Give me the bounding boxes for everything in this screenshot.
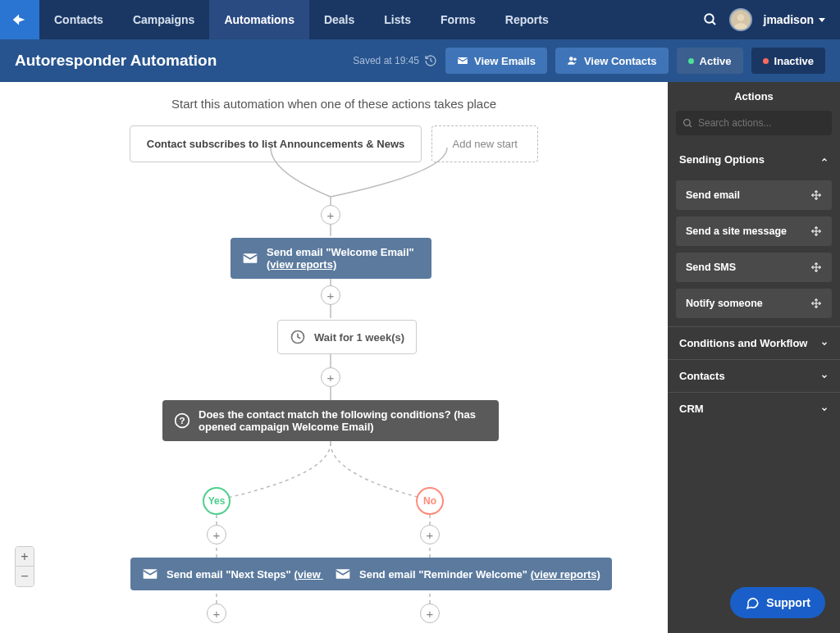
add-step-button[interactable]: + <box>420 603 440 623</box>
email-icon <box>142 566 158 582</box>
chevron-down-icon <box>819 18 825 22</box>
nav-automations[interactable]: Automations <box>209 0 309 39</box>
nav-tabs: Contacts Campaigns Automations Deals Lis… <box>39 0 564 39</box>
email-icon <box>242 250 258 266</box>
actions-search[interactable] <box>676 111 832 135</box>
email-icon <box>335 566 351 582</box>
connector-lines <box>0 82 668 633</box>
chevron-up-icon <box>820 156 829 164</box>
page-title: Autoresponder Automation <box>15 52 217 70</box>
user-menu[interactable]: jmadison <box>764 13 825 26</box>
no-branch[interactable]: No <box>416 487 444 515</box>
section-sending-options[interactable]: Sending Options <box>668 143 840 175</box>
svg-point-4 <box>569 57 573 61</box>
history-icon[interactable] <box>424 54 437 67</box>
inactive-button[interactable]: Inactive <box>751 48 825 74</box>
nav-contacts[interactable]: Contacts <box>39 0 118 39</box>
move-icon <box>810 298 822 309</box>
svg-point-2 <box>737 14 744 21</box>
condition-node[interactable]: ? Does the contact match the following c… <box>162 400 499 441</box>
svg-text:?: ? <box>179 415 185 426</box>
nav-lists[interactable]: Lists <box>369 0 426 39</box>
view-contacts-button[interactable]: View Contacts <box>555 48 669 74</box>
view-reports-link[interactable]: (view reports) <box>267 258 336 271</box>
zoom-controls: + − <box>15 546 34 587</box>
svg-point-18 <box>684 119 691 125</box>
action-send-sms[interactable]: Send SMS <box>676 253 832 282</box>
actions-sidebar: Actions Sending Options Send email Send … <box>668 82 840 633</box>
search-icon <box>682 118 693 129</box>
app-logo[interactable] <box>0 0 39 39</box>
add-step-button[interactable]: + <box>321 205 340 225</box>
svg-point-0 <box>705 14 714 23</box>
sidebar-title: Actions <box>668 82 840 111</box>
add-step-button[interactable]: + <box>207 525 226 544</box>
action-site-message[interactable]: Send a site message <box>676 216 832 246</box>
nav-campaigns[interactable]: Campaigns <box>118 0 209 39</box>
svg-line-1 <box>712 21 715 25</box>
add-step-button[interactable]: + <box>207 603 226 623</box>
saved-status: Saved at 19:45 <box>353 54 437 67</box>
zoom-in-button[interactable]: + <box>16 547 34 567</box>
section-contacts[interactable]: Contacts <box>668 359 840 392</box>
chevron-down-icon <box>820 372 829 380</box>
send-email-node-reminder[interactable]: Send email "Reminder Welcome" (view repo… <box>323 558 612 590</box>
chat-icon <box>745 595 760 610</box>
top-nav: Contacts Campaigns Automations Deals Lis… <box>0 0 840 39</box>
status-dot-inactive <box>763 58 769 64</box>
add-step-button[interactable]: + <box>321 367 340 387</box>
contacts-icon <box>567 55 578 66</box>
svg-line-19 <box>689 125 692 127</box>
section-conditions[interactable]: Conditions and Workflow <box>668 326 840 359</box>
svg-point-5 <box>573 58 577 61</box>
action-send-email[interactable]: Send email <box>676 180 832 210</box>
canvas-title: Start this automation when one of these … <box>0 82 668 125</box>
view-emails-button[interactable]: View Emails <box>445 48 547 74</box>
chevron-down-icon <box>820 339 829 348</box>
send-email-node-welcome[interactable]: Send email "Welcome Email" (view reports… <box>231 238 431 279</box>
sub-header: Autoresponder Automation Saved at 19:45 … <box>0 39 840 82</box>
add-step-button[interactable]: + <box>420 525 440 544</box>
move-icon <box>810 189 822 201</box>
action-notify[interactable]: Notify someone <box>676 289 832 318</box>
support-button[interactable]: Support <box>730 587 825 618</box>
automation-canvas[interactable]: Start this automation when one of these … <box>0 82 668 633</box>
active-button[interactable]: Active <box>677 48 743 74</box>
username-label: jmadison <box>764 13 814 26</box>
add-step-button[interactable]: + <box>321 285 340 305</box>
nav-reports[interactable]: Reports <box>491 0 564 39</box>
chevron-down-icon <box>820 405 829 413</box>
view-reports-link[interactable]: (view reports) <box>531 568 600 581</box>
section-crm[interactable]: CRM <box>668 392 840 425</box>
zoom-out-button[interactable]: − <box>16 567 34 586</box>
yes-branch[interactable]: Yes <box>203 487 231 515</box>
nav-deals[interactable]: Deals <box>309 0 369 39</box>
search-icon[interactable] <box>703 12 718 27</box>
status-dot-active <box>688 58 694 64</box>
avatar[interactable] <box>729 8 752 31</box>
add-start-button[interactable]: Add new start <box>431 125 538 162</box>
start-trigger[interactable]: Contact subscribes to list Announcements… <box>130 125 422 162</box>
email-icon <box>457 55 468 66</box>
nav-forms[interactable]: Forms <box>426 0 491 39</box>
wait-node[interactable]: Wait for 1 week(s) <box>277 320 417 354</box>
actions-search-input[interactable] <box>698 117 825 129</box>
move-icon <box>810 225 822 237</box>
question-icon: ? <box>174 412 190 429</box>
move-icon <box>810 262 822 273</box>
clock-icon <box>290 329 306 345</box>
